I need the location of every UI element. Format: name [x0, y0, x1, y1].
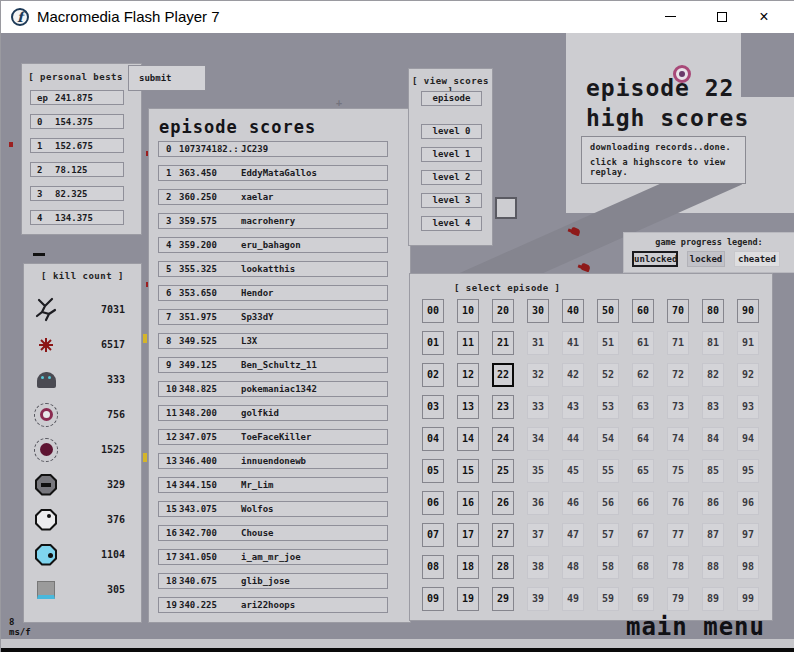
highscore-row[interactable]: 9349.125Ben_Schultz_11	[158, 357, 388, 373]
highscore-row[interactable]: 14344.150Mr_Lim	[158, 477, 388, 493]
submit-button[interactable]: submit	[128, 65, 206, 91]
highscore-row[interactable]: 13346.400innuendonewb	[158, 453, 388, 469]
episode-cell-19[interactable]: 19	[457, 587, 479, 611]
highscore-row[interactable]: 2360.250xaelar	[158, 189, 388, 205]
episode-cell-00[interactable]: 00	[422, 299, 444, 323]
episode-cell-66[interactable]: 66	[632, 491, 654, 515]
highscore-row[interactable]: 3359.575macrohenry	[158, 213, 388, 229]
episode-cell-91[interactable]: 91	[737, 331, 759, 355]
episode-cell-44[interactable]: 44	[562, 427, 584, 451]
episode-cell-94[interactable]: 94	[737, 427, 759, 451]
highscore-row[interactable]: 6353.650Hendor	[158, 285, 388, 301]
episode-cell-59[interactable]: 59	[597, 587, 619, 611]
episode-cell-30[interactable]: 30	[527, 299, 549, 323]
episode-cell-50[interactable]: 50	[597, 299, 619, 323]
episode-cell-33[interactable]: 33	[527, 395, 549, 419]
view-scores-button-level-2[interactable]: level 2	[421, 170, 482, 185]
episode-cell-81[interactable]: 81	[702, 331, 724, 355]
episode-cell-84[interactable]: 84	[702, 427, 724, 451]
episode-cell-28[interactable]: 28	[492, 555, 514, 579]
highscore-row[interactable]: 7351.975Sp33dY	[158, 309, 388, 325]
episode-cell-58[interactable]: 58	[597, 555, 619, 579]
episode-cell-96[interactable]: 96	[737, 491, 759, 515]
episode-cell-42[interactable]: 42	[562, 363, 584, 387]
episode-cell-90[interactable]: 90	[737, 299, 759, 323]
episode-cell-27[interactable]: 27	[492, 523, 514, 547]
episode-cell-16[interactable]: 16	[457, 491, 479, 515]
maximize-button[interactable]	[701, 1, 743, 32]
highscore-row[interactable]: 4359.200eru_bahagon	[158, 237, 388, 253]
episode-cell-22[interactable]: 22	[492, 363, 514, 387]
highscore-row[interactable]: 5355.325lookatthis	[158, 261, 388, 277]
episode-cell-12[interactable]: 12	[457, 363, 479, 387]
episode-cell-31[interactable]: 31	[527, 331, 549, 355]
view-scores-button-level-1[interactable]: level 1	[421, 147, 482, 162]
episode-cell-52[interactable]: 52	[597, 363, 619, 387]
episode-cell-38[interactable]: 38	[527, 555, 549, 579]
episode-cell-40[interactable]: 40	[562, 299, 584, 323]
episode-cell-17[interactable]: 17	[457, 523, 479, 547]
episode-cell-53[interactable]: 53	[597, 395, 619, 419]
episode-cell-72[interactable]: 72	[667, 363, 689, 387]
episode-cell-24[interactable]: 24	[492, 427, 514, 451]
episode-cell-83[interactable]: 83	[702, 395, 724, 419]
episode-cell-02[interactable]: 02	[422, 363, 444, 387]
episode-cell-65[interactable]: 65	[632, 459, 654, 483]
episode-cell-99[interactable]: 99	[737, 587, 759, 611]
view-scores-button-episode[interactable]: episode	[421, 91, 482, 106]
episode-cell-25[interactable]: 25	[492, 459, 514, 483]
episode-cell-67[interactable]: 67	[632, 523, 654, 547]
episode-cell-79[interactable]: 79	[667, 587, 689, 611]
episode-cell-87[interactable]: 87	[702, 523, 724, 547]
episode-cell-78[interactable]: 78	[667, 555, 689, 579]
episode-cell-95[interactable]: 95	[737, 459, 759, 483]
episode-cell-55[interactable]: 55	[597, 459, 619, 483]
episode-cell-57[interactable]: 57	[597, 523, 619, 547]
view-scores-button-level-4[interactable]: level 4	[421, 216, 482, 231]
episode-cell-21[interactable]: 21	[492, 331, 514, 355]
episode-cell-73[interactable]: 73	[667, 395, 689, 419]
episode-cell-80[interactable]: 80	[702, 299, 724, 323]
episode-cell-75[interactable]: 75	[667, 459, 689, 483]
episode-cell-98[interactable]: 98	[737, 555, 759, 579]
episode-cell-71[interactable]: 71	[667, 331, 689, 355]
highscore-row[interactable]: 1363.450EddyMataGallos	[158, 165, 388, 181]
highscore-row[interactable]: 12347.075ToeFaceKiller	[158, 429, 388, 445]
episode-cell-77[interactable]: 77	[667, 523, 689, 547]
episode-cell-20[interactable]: 20	[492, 299, 514, 323]
episode-cell-06[interactable]: 06	[422, 491, 444, 515]
episode-cell-56[interactable]: 56	[597, 491, 619, 515]
episode-cell-18[interactable]: 18	[457, 555, 479, 579]
episode-cell-26[interactable]: 26	[492, 491, 514, 515]
episode-cell-63[interactable]: 63	[632, 395, 654, 419]
highscore-row[interactable]: 17341.050i_am_mr_joe	[158, 549, 388, 565]
episode-cell-32[interactable]: 32	[527, 363, 549, 387]
episode-cell-08[interactable]: 08	[422, 555, 444, 579]
episode-cell-89[interactable]: 89	[702, 587, 724, 611]
episode-cell-69[interactable]: 69	[632, 587, 654, 611]
highscore-row[interactable]: 10348.825pokemaniac1342	[158, 381, 388, 397]
episode-cell-97[interactable]: 97	[737, 523, 759, 547]
highscore-row[interactable]: 15343.075Wolfos	[158, 501, 388, 517]
episode-cell-49[interactable]: 49	[562, 587, 584, 611]
episode-cell-36[interactable]: 36	[527, 491, 549, 515]
episode-cell-29[interactable]: 29	[492, 587, 514, 611]
episode-cell-82[interactable]: 82	[702, 363, 724, 387]
episode-cell-54[interactable]: 54	[597, 427, 619, 451]
episode-cell-85[interactable]: 85	[702, 459, 724, 483]
episode-cell-07[interactable]: 07	[422, 523, 444, 547]
episode-cell-34[interactable]: 34	[527, 427, 549, 451]
episode-cell-37[interactable]: 37	[527, 523, 549, 547]
episode-cell-41[interactable]: 41	[562, 331, 584, 355]
episode-cell-60[interactable]: 60	[632, 299, 654, 323]
view-scores-button-level-0[interactable]: level 0	[421, 124, 482, 139]
episode-cell-92[interactable]: 92	[737, 363, 759, 387]
view-scores-button-level-3[interactable]: level 3	[421, 193, 482, 208]
episode-cell-51[interactable]: 51	[597, 331, 619, 355]
episode-cell-39[interactable]: 39	[527, 587, 549, 611]
episode-cell-76[interactable]: 76	[667, 491, 689, 515]
close-button[interactable]: ×	[743, 1, 785, 32]
highscore-row[interactable]: 19340.225ari22hoops	[158, 597, 388, 613]
episode-cell-48[interactable]: 48	[562, 555, 584, 579]
episode-cell-47[interactable]: 47	[562, 523, 584, 547]
